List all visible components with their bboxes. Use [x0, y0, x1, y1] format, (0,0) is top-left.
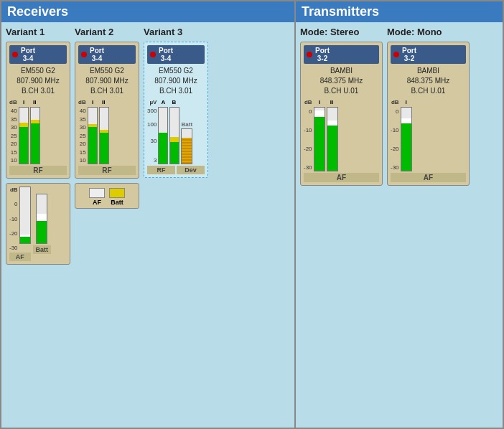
transmitter-mono-label: Mode: Mono: [387, 27, 470, 37]
variant-2-af-small: [89, 188, 105, 198]
variant-2-af-batt-box: AF Batt: [75, 183, 139, 209]
variant-1-label: Variant 1: [6, 27, 70, 37]
transmitter-stereo-red-dot: [307, 52, 312, 57]
variant-3-bottom-labels: RF Dev: [147, 164, 205, 174]
variant-3-rf-section: µV 300 100 30 3 A B: [147, 99, 205, 174]
variant-1-batt-meter: Batt: [33, 194, 52, 254]
variant-3-device-box: Port3-4 EM550 G2 807.900 MHz B.CH 3.01 µ…: [144, 42, 208, 178]
variant-3-label: Variant 3: [144, 27, 208, 37]
variant-1-af-batt-box: dB 0 -10 -20 -30: [6, 183, 70, 265]
transmitter-mono-af-bar-i: [401, 107, 412, 171]
transmitter-stereo-af-bar-ii: [327, 107, 338, 171]
variant-2-info: EM550 G2 807.900 MHz B.CH 3.01: [78, 66, 136, 96]
variant-1-rf-bar-i: [19, 107, 29, 164]
variant-2-device-box: Port3-4 EM550 G2 807.900 MHz B.CH 3.01 d…: [75, 42, 139, 179]
transmitter-stereo-af-section: dB 0 -10 -20 -30 I II: [304, 99, 379, 182]
transmitter-stereo-af-bar-i: [314, 107, 325, 171]
transmitter-stereo-device-box: Port3-2 BAMBI 848.375 MHz B.CH U.01 dB 0: [300, 42, 383, 186]
variant-2-rf-label: RF: [78, 166, 136, 175]
variant-1-af-label: AF: [9, 253, 31, 261]
transmitter-mono-info: BAMBI 848.375 MHz B.CH U.01: [391, 66, 466, 96]
transmitter-stereo-col: Mode: Stereo Port3-2 BAMBI 848.375 MHz B…: [300, 27, 383, 186]
transmitter-mono-col: Mode: Mono Port3-2 BAMBI 848.375 MHz B.C…: [387, 27, 470, 186]
variant-2-red-dot: [81, 52, 87, 57]
transmitter-mono-device-box: Port3-2 BAMBI 848.375 MHz B.CH U.01 dB 0: [387, 42, 470, 186]
transmitter-mono-port: Port3-2: [402, 47, 416, 62]
variant-2-header: Port3-4: [78, 45, 136, 64]
transmitter-mono-af-section: dB 0 -10 -20 -30 I: [391, 99, 466, 182]
variant-1-unit: dB: [9, 99, 17, 105]
transmitters-section: Transmitters Mode: Stereo Port3-2 BAMBI …: [296, 1, 503, 428]
variant-1-port: Port3-4: [21, 47, 35, 62]
variant-1-rf-section: dB 40 35 30 25 20 15 10: [9, 99, 67, 175]
variant-1-batt-bar: [36, 194, 47, 244]
variant-1-rf-bar-ii: [30, 107, 40, 164]
variant-3-port: Port3-4: [159, 47, 173, 62]
transmitters-title: Transmitters: [296, 1, 503, 22]
receivers-variants-row: Variant 1 Port3-4 EM550 G2 807.900 MHz B…: [6, 27, 290, 265]
variant-1-info: EM550 G2 807.900 MHz B.CH 3.01: [9, 66, 67, 96]
variant-1-device-box: Port3-4 EM550 G2 807.900 MHz B.CH 3.01 d…: [6, 42, 70, 179]
variant-3-rf-bar-b: [169, 107, 179, 164]
variant-1-red-dot: [12, 52, 18, 57]
variant-1-af-bar: [19, 187, 31, 244]
variant-2-rf-bar-ii: [99, 107, 109, 164]
variant-1-af-meter: dB 0 -10 -20 -30: [9, 187, 31, 261]
variant-2-af-label-small: AF: [93, 199, 101, 206]
transmitter-stereo-info: BAMBI 848.375 MHz B.CH U.01: [304, 66, 379, 96]
variant-3-col: Variant 3 Port3-4 EM550 G2 807.900 MHz B…: [144, 27, 208, 265]
variant-3-red-dot: [150, 52, 156, 57]
variant-3-info: EM550 G2 807.900 MHz B.CH 3.01: [147, 66, 205, 96]
variant-3-header: Port3-4: [147, 45, 205, 64]
variant-2-af-indicator: AF: [89, 188, 105, 206]
variant-2-rf-bar-i: [88, 107, 98, 164]
transmitter-mono-red-dot: [393, 52, 399, 57]
receivers-title: Receivers: [1, 1, 294, 22]
transmitter-stereo-port: Port3-2: [315, 47, 330, 62]
transmitter-mono-header: Port3-2: [391, 45, 466, 64]
variant-2-rf-section: dB 40 35 30 25 20 15 10: [78, 99, 136, 175]
transmitter-stereo-af-label: AF: [304, 173, 379, 182]
variant-3-batt-bar: Batt: [181, 107, 192, 164]
variant-2-batt-indicator: Batt: [109, 188, 125, 206]
transmitter-mono-af-label: AF: [391, 173, 466, 182]
variant-2-batt-label-small: Batt: [111, 199, 123, 206]
main-container: Receivers Variant 1 Port3-4 EM550 G2 807…: [0, 0, 504, 429]
variant-1-col: Variant 1 Port3-4 EM550 G2 807.900 MHz B…: [6, 27, 70, 265]
variant-1-batt-label: Batt: [33, 245, 52, 254]
transmitter-stereo-label: Mode: Stereo: [300, 27, 383, 37]
receivers-section: Receivers Variant 1 Port3-4 EM550 G2 807…: [1, 1, 296, 428]
transmitters-variants-row: Mode: Stereo Port3-2 BAMBI 848.375 MHz B…: [300, 27, 498, 186]
variant-2-port: Port3-4: [90, 47, 104, 62]
variant-1-rf-label: RF: [9, 166, 67, 175]
variant-2-batt-small: [109, 188, 125, 198]
variant-2-col: Variant 2 Port3-4 EM550 G2 807.900 MHz B…: [75, 27, 139, 265]
variant-2-label: Variant 2: [75, 27, 139, 37]
variant-1-header: Port3-4: [9, 45, 67, 64]
variant-3-rf-bar-a: [158, 107, 168, 164]
transmitter-stereo-header: Port3-2: [304, 45, 379, 64]
